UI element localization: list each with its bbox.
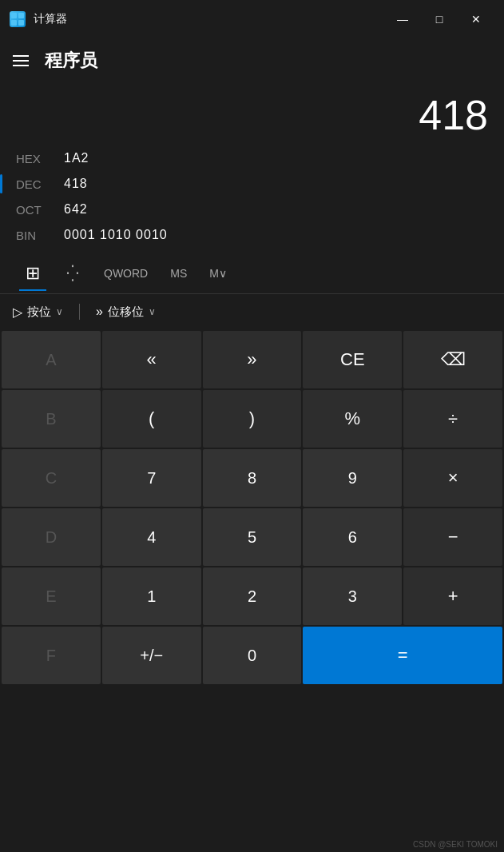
base-value-oct: 642 (64, 202, 88, 217)
btn-6[interactable]: 6 (303, 508, 402, 566)
tab-label-ms: MS (170, 267, 187, 280)
keypad-icon: ⊞ (26, 263, 40, 284)
base-label-oct: OCT (16, 203, 48, 217)
bitwise-icon: ▷ (13, 305, 22, 320)
btn-9[interactable]: 9 (303, 449, 402, 507)
btn-lshift[interactable]: « (102, 331, 201, 388)
btn-CE[interactable]: CE (303, 331, 402, 388)
watermark: CSDN @SEKI TOMOKI (413, 840, 498, 849)
btn-5[interactable]: 5 (203, 508, 302, 566)
btn-A: A (2, 331, 101, 388)
bitwise-button[interactable]: ▷ 按位 ∨ (13, 305, 63, 320)
menu-button[interactable] (13, 55, 29, 66)
shift-button[interactable]: » 位移位 ∨ (96, 305, 156, 320)
base-row-oct[interactable]: OCT642 (16, 198, 488, 221)
btn-4[interactable]: 4 (102, 508, 201, 566)
tab-qword[interactable]: QWORD (93, 253, 159, 293)
separator (79, 304, 80, 320)
hamburger-line-2 (13, 60, 29, 62)
base-value-bin: 0001 1010 0010 (64, 228, 168, 242)
app-header: 程序员 (0, 38, 504, 83)
btn-8[interactable]: 8 (203, 449, 302, 507)
btn-add[interactable]: + (403, 567, 502, 625)
btn-1[interactable]: 1 (102, 567, 201, 625)
display-area: 418 (0, 83, 504, 147)
title-bar-left: 计算器 (10, 11, 67, 27)
tabs-bar: ⊞⁛QWORDMSM∨ (0, 253, 504, 294)
btn-rparen[interactable]: ) (203, 390, 302, 448)
btn-B: B (2, 390, 101, 448)
tab-keypad[interactable]: ⊞ (13, 257, 53, 290)
shift-dropdown-icon: ∨ (149, 306, 156, 317)
title-bar: 计算器 — □ ✕ (0, 0, 504, 38)
close-button[interactable]: ✕ (458, 6, 494, 32)
tab-bitpad[interactable]: ⁛ (53, 257, 93, 289)
btn-E: E (2, 567, 101, 625)
base-label-dec: DEC (16, 177, 48, 191)
svg-rect-1 (18, 13, 24, 18)
btn-sub[interactable]: − (403, 508, 502, 566)
btn-0[interactable]: 0 (203, 627, 302, 684)
window-title: 计算器 (34, 12, 67, 26)
base-value-dec: 418 (64, 177, 88, 191)
btn-C: C (2, 449, 101, 507)
calc-grid: A«»CE⌫B()%÷C789×D456−E123+F+/−0= (0, 329, 504, 686)
tab-label-mv: M∨ (209, 267, 227, 280)
active-indicator (0, 174, 2, 193)
window-controls: — □ ✕ (384, 6, 494, 32)
bitwise-label: 按位 (27, 305, 51, 320)
main-display: 418 (419, 91, 488, 139)
bases-area: HEX1A2DEC418OCT642BIN0001 1010 0010 (0, 147, 504, 246)
btn-equals[interactable]: = (303, 627, 502, 684)
base-label-hex: HEX (16, 152, 48, 165)
base-label-bin: BIN (16, 229, 48, 242)
minimize-button[interactable]: — (384, 6, 421, 32)
btn-mod[interactable]: % (303, 390, 402, 448)
base-value-hex: 1A2 (64, 151, 89, 165)
tab-label-qword: QWORD (104, 267, 148, 280)
base-row-hex[interactable]: HEX1A2 (16, 147, 488, 169)
app-icon (10, 11, 26, 27)
btn-2[interactable]: 2 (203, 567, 302, 625)
bitpad-icon: ⁛ (66, 264, 79, 283)
shift-icon: » (96, 305, 103, 319)
base-row-bin[interactable]: BIN0001 1010 0010 (16, 224, 488, 246)
btn-backspace[interactable]: ⌫ (403, 331, 502, 388)
svg-rect-3 (18, 20, 24, 26)
btn-7[interactable]: 7 (102, 449, 201, 507)
btn-F: F (2, 627, 101, 684)
btn-mul[interactable]: × (403, 449, 502, 507)
mode-title: 程序员 (45, 49, 97, 73)
btn-rshift[interactable]: » (203, 331, 302, 388)
btn-D: D (2, 508, 101, 566)
tab-ms[interactable]: MS (159, 253, 198, 293)
base-row-dec[interactable]: DEC418 (16, 173, 488, 195)
shift-label: 位移位 (108, 305, 144, 320)
hamburger-line-1 (13, 55, 29, 57)
btn-plusminus[interactable]: +/− (102, 627, 201, 684)
tab-mv[interactable]: M∨ (198, 253, 238, 293)
maximize-button[interactable]: □ (421, 6, 458, 32)
btn-3[interactable]: 3 (303, 567, 402, 625)
hamburger-line-3 (13, 65, 29, 66)
bitwise-row: ▷ 按位 ∨ » 位移位 ∨ (0, 294, 504, 329)
svg-rect-2 (11, 20, 17, 26)
bitwise-dropdown-icon: ∨ (56, 306, 63, 317)
btn-div[interactable]: ÷ (403, 390, 502, 448)
svg-rect-0 (11, 13, 17, 18)
btn-lparen[interactable]: ( (102, 390, 201, 448)
